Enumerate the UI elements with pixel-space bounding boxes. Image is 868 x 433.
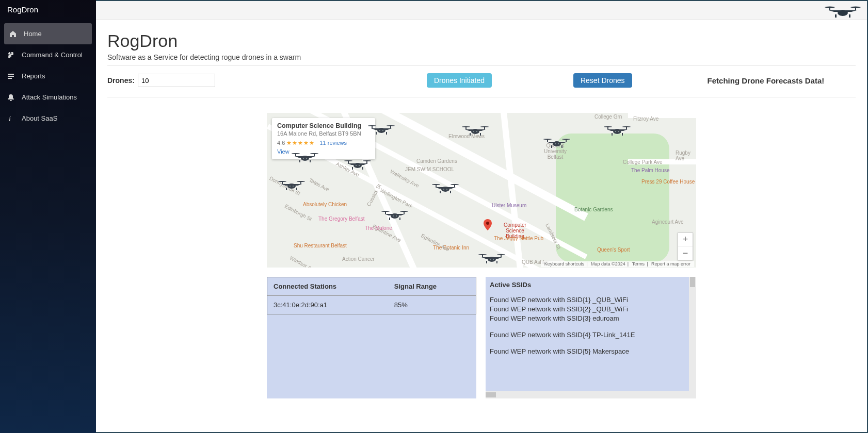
svg-rect-98 — [496, 261, 497, 263]
ssid-line: Found WEP network with SSID{3} eduroam — [490, 314, 692, 322]
svg-point-59 — [356, 165, 357, 166]
svg-point-87 — [396, 215, 397, 216]
svg-rect-30 — [566, 139, 567, 142]
svg-rect-66 — [300, 181, 301, 184]
horizontal-scrollbar[interactable] — [486, 391, 696, 398]
stations-col-mac: Connected Stations — [267, 277, 388, 296]
svg-point-42 — [618, 131, 619, 132]
drones-input[interactable] — [138, 74, 215, 87]
drone-marker-icon[interactable] — [292, 152, 318, 163]
drone-marker-icon[interactable] — [344, 159, 371, 171]
poi-view-link[interactable]: View — [277, 148, 290, 155]
svg-point-58 — [353, 163, 362, 168]
svg-point-40 — [613, 129, 621, 134]
map[interactable]: College Grn Fitzroy Ave Rugby Ave Colleg… — [267, 113, 696, 268]
map-poi-card[interactable]: Computer Science Building 16A Malone Rd,… — [272, 118, 375, 159]
svg-rect-93 — [501, 255, 502, 257]
svg-rect-80 — [450, 191, 451, 193]
drone-marker-icon[interactable] — [368, 124, 395, 136]
poi-reviews[interactable]: 11 reviews — [319, 140, 347, 146]
brand-title: RogDron — [0, 0, 96, 23]
svg-rect-56 — [348, 161, 349, 163]
svg-point-23 — [473, 131, 474, 132]
svg-rect-7 — [849, 14, 850, 18]
main-content: RogDron Software as a Service for detect… — [96, 20, 867, 432]
svg-rect-84 — [404, 211, 405, 214]
svg-point-33 — [558, 143, 559, 144]
svg-point-41 — [615, 131, 616, 132]
svg-rect-25 — [470, 133, 471, 136]
sidebar: RogDron HomeCommand & ControlReportsAtta… — [0, 0, 96, 433]
drone-marker-icon[interactable] — [462, 125, 489, 137]
bell-icon — [7, 94, 14, 101]
svg-rect-57 — [366, 161, 367, 163]
svg-rect-39 — [626, 127, 627, 129]
ssid-line: Found WEP network with SSID{4} TP-Link_1… — [490, 331, 692, 339]
svg-point-94 — [488, 257, 496, 262]
svg-point-8 — [486, 222, 489, 225]
svg-rect-89 — [399, 218, 400, 220]
command-icon — [7, 52, 14, 59]
svg-rect-48 — [314, 154, 315, 156]
svg-rect-26 — [480, 133, 481, 136]
svg-rect-17 — [386, 132, 387, 135]
drone-marker-icon[interactable] — [381, 210, 408, 221]
svg-point-5 — [838, 10, 848, 16]
svg-point-15 — [382, 130, 383, 131]
svg-point-96 — [493, 259, 494, 260]
svg-text:i: i — [9, 115, 11, 122]
ssid-line: Found WEP network with SSID{5} Makerspac… — [490, 347, 692, 355]
page-subtitle: Software as a Service for detecting rogu… — [107, 53, 856, 66]
sidebar-item-about-saas[interactable]: iAbout SaaS — [0, 108, 96, 129]
page-title: RogDron — [107, 31, 856, 51]
drone-marker-icon[interactable] — [478, 253, 505, 264]
ssids-title: Active SSIDs — [490, 281, 692, 289]
drone-marker-icon[interactable] — [278, 180, 305, 191]
vertical-scrollbar[interactable] — [689, 277, 696, 391]
svg-rect-43 — [612, 133, 613, 136]
drone-marker-icon[interactable] — [604, 125, 631, 137]
drone-marker-icon[interactable] — [432, 183, 459, 194]
drone-marker-icon[interactable] — [543, 138, 570, 149]
svg-point-49 — [301, 156, 309, 161]
svg-rect-75 — [454, 185, 455, 187]
svg-rect-11 — [372, 126, 373, 128]
svg-point-68 — [290, 186, 291, 187]
connected-stations-panel: Connected Stations Signal Range 3c:41:0e… — [267, 277, 476, 398]
ssid-line: Found WEP network with SSID{2} _QUB_WiFi — [490, 305, 692, 313]
svg-rect-92 — [482, 255, 483, 257]
svg-point-13 — [377, 128, 385, 133]
svg-rect-79 — [440, 191, 441, 193]
svg-point-51 — [306, 158, 307, 159]
reset-drones-button[interactable]: Reset Drones — [573, 73, 632, 88]
svg-rect-20 — [465, 127, 467, 129]
svg-rect-65 — [282, 181, 283, 184]
sidebar-item-home[interactable]: Home — [4, 23, 92, 44]
status-text: Fetching Drone Forecasts Data! — [708, 76, 825, 85]
sidebar-item-attack-simulations[interactable]: Attack Simulations — [0, 87, 96, 108]
svg-point-32 — [555, 143, 556, 144]
drones-initiated-button[interactable]: Drones Initiated — [427, 73, 492, 88]
zoom-in-button[interactable]: + — [678, 233, 693, 246]
reports-icon — [7, 73, 14, 80]
topbar — [96, 1, 867, 20]
sidebar-item-command-control[interactable]: Command & Control — [0, 44, 96, 65]
drone-logo-icon — [825, 5, 861, 19]
svg-point-86 — [393, 215, 394, 216]
svg-rect-16 — [376, 132, 377, 135]
svg-rect-12 — [390, 126, 391, 128]
svg-rect-3 — [829, 7, 830, 10]
nav-list: HomeCommand & ControlReportsAttack Simul… — [0, 23, 96, 129]
svg-rect-62 — [362, 167, 363, 170]
svg-rect-61 — [352, 167, 353, 170]
svg-rect-70 — [286, 188, 287, 190]
svg-point-22 — [471, 129, 479, 134]
lower-panels: Connected Stations Signal Range 3c:41:0e… — [267, 277, 696, 398]
zoom-out-button[interactable]: − — [678, 246, 693, 260]
svg-rect-6 — [835, 14, 837, 18]
active-ssids-panel: Active SSIDs Found WEP network with SSID… — [486, 277, 696, 398]
ssid-line — [490, 324, 692, 331]
svg-point-95 — [490, 259, 491, 260]
svg-rect-74 — [436, 185, 437, 187]
sidebar-item-reports[interactable]: Reports — [0, 65, 96, 87]
